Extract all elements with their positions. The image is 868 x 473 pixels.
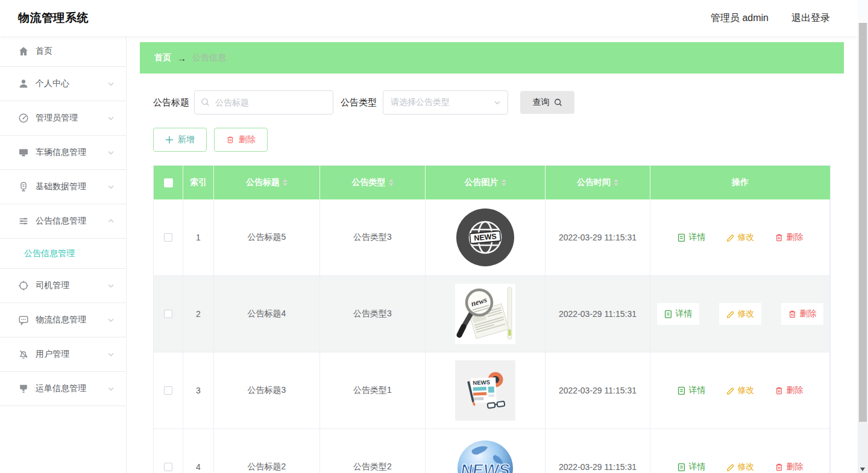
row-checkbox[interactable] — [164, 310, 172, 318]
image-cell: NEWS — [426, 199, 546, 276]
sidebar-item-driver-management[interactable]: 司机管理 — [0, 269, 126, 303]
title-cell: 公告标题4 — [214, 276, 320, 352]
batch-delete-button[interactable]: 删除 — [214, 128, 268, 152]
actions-cell: 详情 修改 删除 — [650, 199, 830, 276]
search-button[interactable]: 查询 — [520, 91, 574, 114]
detail-button[interactable]: 详情 — [677, 462, 706, 472]
sidebar-item-label: 物流信息管理 — [36, 315, 86, 325]
trash-icon — [226, 136, 234, 144]
svg-text:NEWS: NEWS — [473, 379, 490, 386]
search-icon — [201, 98, 210, 107]
scrollbar-thumb[interactable] — [859, 23, 867, 422]
column-label: 公告类型 — [352, 177, 386, 188]
column-label: 公告时间 — [577, 177, 611, 188]
sidebar-item-logistics-management[interactable]: 物流信息管理 — [0, 303, 126, 337]
sidebar-item-basic-data-management[interactable]: 基础数据管理 — [0, 170, 126, 204]
edit-label: 修改 — [738, 309, 755, 319]
edit-button[interactable]: 修改 — [719, 303, 761, 325]
title-cell: 公告标题2 — [214, 429, 320, 473]
sidebar-item-vehicle-management[interactable]: 车辆信息管理 — [0, 136, 126, 170]
sidebar-item-announcement-management[interactable]: 公告信息管理 — [0, 204, 126, 239]
row-checkbox[interactable] — [164, 233, 172, 242]
table-row: 1 公告标题5 公告类型3 — [154, 199, 830, 276]
delete-button[interactable]: 删除 — [775, 232, 804, 243]
news-globe-dark-image: NEWS — [455, 207, 515, 268]
add-button[interactable]: 新增 — [153, 128, 207, 152]
row-checkbox[interactable] — [164, 386, 172, 395]
edit-pen-icon — [726, 463, 735, 472]
sort-caret-icon[interactable] — [614, 179, 618, 186]
logout-button[interactable]: 退出登录 — [791, 12, 830, 25]
select-all-checkbox[interactable] — [164, 178, 173, 187]
sidebar-item-admin-management[interactable]: 管理员管理 — [0, 101, 126, 136]
index-cell: 1 — [183, 199, 214, 276]
sort-caret-icon[interactable] — [502, 179, 506, 186]
recorder-icon — [18, 181, 29, 192]
sidebar-item-home[interactable]: 首页 — [0, 36, 126, 67]
breadcrumb-home-link[interactable]: 首页 — [154, 52, 171, 63]
sidebar-item-label: 司机管理 — [36, 280, 69, 291]
chat-icon — [18, 315, 29, 325]
home-icon — [18, 46, 29, 57]
detail-button[interactable]: 详情 — [677, 385, 706, 396]
column-label: 操作 — [732, 177, 749, 188]
edit-button[interactable]: 修改 — [726, 462, 755, 472]
breadcrumb: 首页 → 公告信息 — [140, 42, 844, 74]
edit-pen-icon — [726, 233, 735, 242]
column-label: 索引 — [190, 177, 207, 188]
column-header-title[interactable]: 公告标题 — [214, 166, 320, 199]
sidebar-item-label: 车辆信息管理 — [36, 147, 86, 158]
detail-button[interactable]: 详情 — [657, 303, 699, 325]
edit-label: 修改 — [738, 462, 755, 472]
title-filter-label: 公告标题 — [153, 97, 189, 108]
sidebar-menu: 首页 个人中心 管理员管理 车辆信息管理 — [0, 36, 127, 473]
content-area: 公告标题 公告类型 请选择公告类型 查询 — [127, 90, 858, 473]
type-cell: 公告类型2 — [320, 429, 426, 473]
detail-label: 详情 — [689, 232, 706, 243]
announcement-type-select[interactable]: 请选择公告类型 — [383, 90, 508, 114]
chevron-down-icon — [107, 183, 115, 191]
announcement-title-input[interactable] — [194, 90, 333, 114]
svg-text:NEWS: NEWS — [460, 460, 511, 473]
sidebar-item-profile[interactable]: 个人中心 — [0, 67, 126, 101]
delete-button[interactable]: 删除 — [775, 462, 804, 472]
title-cell: 公告标题5 — [214, 199, 320, 276]
column-label: 公告图片 — [465, 177, 498, 188]
logistics-management-app: 物流管理系统 管理员 admin 退出登录 首页 个人中心 — [0, 0, 868, 473]
sidebar-item-user-management[interactable]: 用户管理 — [0, 337, 126, 372]
vertical-scrollbar[interactable] — [858, 0, 868, 473]
monitor-icon — [18, 147, 29, 158]
column-header-type[interactable]: 公告类型 — [320, 166, 426, 199]
detail-button[interactable]: 详情 — [677, 232, 706, 243]
column-header-time[interactable]: 公告时间 — [546, 166, 650, 199]
chevron-down-icon — [107, 80, 115, 88]
sort-caret-icon[interactable] — [283, 179, 288, 186]
scrollbar-down-arrow-icon[interactable] — [860, 468, 865, 471]
sidebar-item-waybill-management[interactable]: 运单信息管理 — [0, 372, 126, 406]
sidebar-subitem-announcement-info[interactable]: 公告信息管理 — [0, 239, 126, 269]
edit-button[interactable]: 修改 — [726, 385, 755, 396]
column-header-image[interactable]: 公告图片 — [426, 166, 546, 199]
type-cell: 公告类型3 — [320, 276, 426, 352]
sort-caret-icon[interactable] — [389, 179, 394, 186]
document-icon — [677, 463, 686, 472]
sidebar-item-label: 用户管理 — [36, 349, 69, 360]
title-input-wrap — [194, 90, 333, 114]
delete-button[interactable]: 删除 — [775, 385, 804, 396]
column-header-index: 索引 — [183, 166, 214, 199]
news-magnifier-image: news — [455, 284, 515, 344]
image-cell: news — [426, 276, 546, 352]
index-cell: 3 — [183, 352, 214, 429]
current-user[interactable]: 管理员 admin — [711, 12, 769, 25]
index-cell: 2 — [183, 276, 214, 352]
sidebar-item-label: 基础数据管理 — [36, 181, 86, 192]
news-flat-desk-image: NEWS — [455, 360, 515, 421]
row-checkbox[interactable] — [164, 463, 172, 471]
filter-bar: 公告标题 公告类型 请选择公告类型 查询 — [153, 90, 831, 114]
time-cell: 2022-03-29 11:15:31 — [546, 352, 650, 429]
type-cell: 公告类型1 — [320, 352, 426, 429]
bell-off-icon — [18, 349, 29, 360]
edit-button[interactable]: 修改 — [726, 232, 755, 243]
checkbox-cell — [154, 199, 183, 276]
delete-button[interactable]: 删除 — [781, 303, 823, 325]
